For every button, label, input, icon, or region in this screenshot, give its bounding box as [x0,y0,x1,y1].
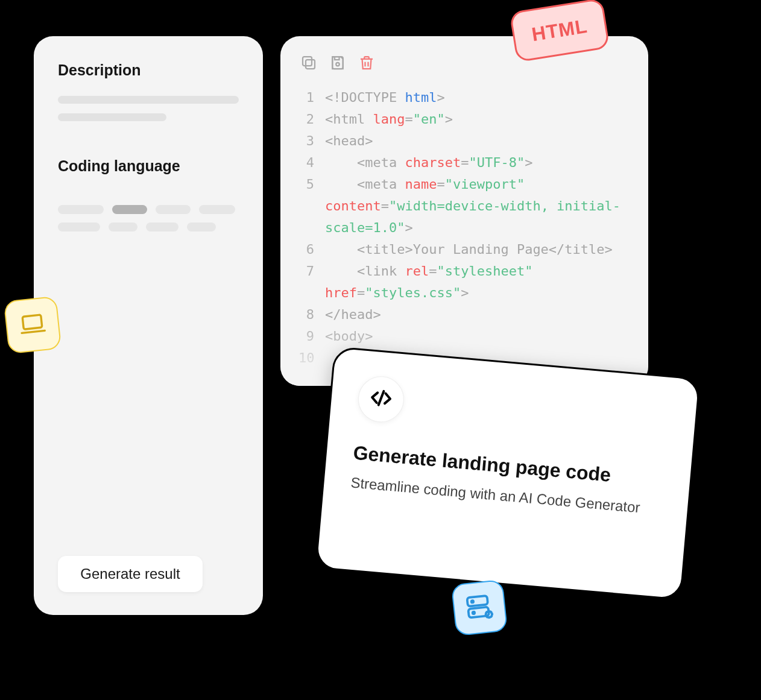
code-text: </head> [325,304,630,326]
code-toolbar [298,53,630,74]
svg-point-8 [472,601,474,603]
code-line: 9<body> [298,326,630,347]
description-label: Description [58,61,239,79]
svg-line-5 [379,391,384,405]
svg-rect-6 [467,596,488,607]
promo-card[interactable]: Generate landing page code Streamline co… [315,346,701,601]
trash-icon [358,54,376,74]
language-chip-row [58,205,239,214]
line-number: 3 [298,130,325,152]
code-line: 3<head> [298,130,630,152]
code-line: 2<html lang="en"> [298,109,630,130]
line-number: 5 [298,174,325,239]
line-number: 6 [298,239,325,260]
code-line: 5 <meta name="viewport" content="width=d… [298,174,630,239]
code-icon [368,385,394,414]
language-chip[interactable] [146,222,178,232]
code-line: 1<!DOCTYPE html> [298,87,630,109]
copy-button[interactable] [298,53,319,74]
laptop-badge [4,296,62,355]
svg-point-4 [336,62,339,66]
language-chip[interactable] [58,205,104,214]
code-line: 6 <title>Your Landing Page</title> [298,239,630,260]
line-number: 8 [298,304,325,326]
code-text: <html lang="en"> [325,109,630,130]
generate-result-button[interactable]: Generate result [58,556,203,592]
line-number: 2 [298,109,325,130]
server-gear-icon [463,590,496,626]
language-chip[interactable] [109,222,137,232]
description-placeholder-line [58,113,166,121]
code-text: <head> [325,130,630,152]
language-chip-row [58,222,239,232]
copy-icon [300,54,318,74]
code-text: <body> [325,326,630,347]
line-number: 9 [298,326,325,347]
language-chip[interactable] [187,222,216,232]
language-chip[interactable] [58,222,100,232]
svg-rect-1 [306,60,315,69]
code-text: <!DOCTYPE html> [325,87,630,109]
svg-rect-0 [22,315,42,329]
description-placeholder-line [58,96,239,104]
code-text: <title>Your Landing Page</title> [325,239,630,260]
code-editor[interactable]: 1<!DOCTYPE html>2<html lang="en">3<head>… [298,87,630,369]
code-text: <meta charset="UTF-8"> [325,152,630,174]
save-button[interactable] [327,53,348,74]
line-number: 10 [298,347,325,369]
coding-language-label: Coding language [58,157,239,175]
svg-point-9 [473,612,475,614]
svg-rect-2 [303,57,312,66]
code-output-panel: 1<!DOCTYPE html>2<html lang="en">3<head>… [280,36,648,386]
delete-button[interactable] [356,53,377,74]
laptop-icon [17,309,48,342]
code-line: 4 <meta charset="UTF-8"> [298,152,630,174]
language-chip[interactable] [199,205,235,214]
code-line: 7 <link rel="stylesheet" href="styles.cs… [298,260,630,304]
server-badge [451,579,508,637]
code-line: 8</head> [298,304,630,326]
line-number: 4 [298,152,325,174]
input-panel: Description Coding language Generate res… [34,36,263,615]
code-text: <link rel="stylesheet" href="styles.css"… [325,260,630,304]
language-chip-selected[interactable] [112,205,147,214]
code-icon-circle [356,374,406,424]
line-number: 1 [298,87,325,109]
language-chip[interactable] [156,205,191,214]
line-number: 7 [298,260,325,304]
code-text: <meta name="viewport" content="width=dev… [325,174,630,239]
save-icon [329,54,347,74]
